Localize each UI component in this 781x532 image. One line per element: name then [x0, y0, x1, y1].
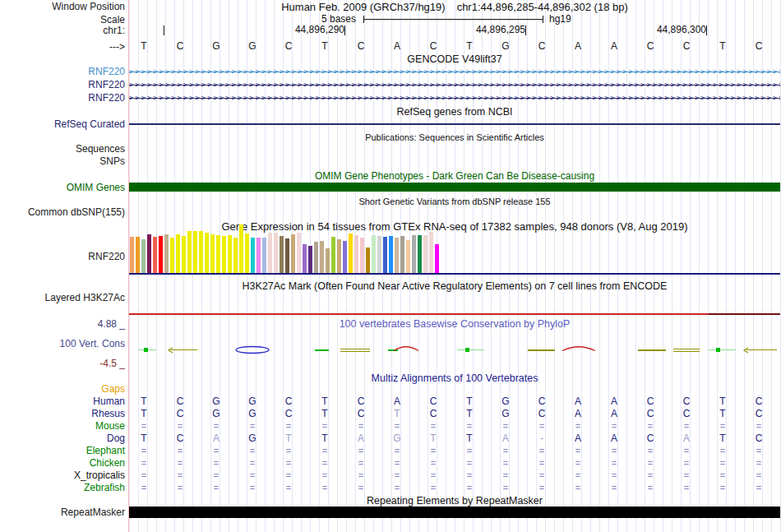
transcript-direction-arrows[interactable]: >>>>>>>>>>>>>>>>>>>>>>>>>>>>>>>>>>>>>>>>… [129, 94, 780, 102]
gtex-tissue-bar[interactable] [245, 234, 249, 273]
gtex-tissue-bar[interactable] [337, 239, 341, 273]
gtex-tissue-bar[interactable] [153, 237, 157, 273]
gtex-tissue-bar[interactable] [326, 248, 330, 273]
multiz-species-label[interactable]: Human [93, 396, 125, 407]
alignment-cell: = [677, 446, 696, 456]
multiz-species-label[interactable]: Mouse [95, 420, 125, 432]
h3k27ac-label[interactable]: Layered H3K27Ac [45, 292, 125, 303]
gtex-tissue-bar[interactable] [297, 233, 301, 273]
gtex-tissue-bar[interactable] [372, 235, 376, 273]
gtex-tissue-bar[interactable] [343, 241, 347, 273]
alignment-cell: C [750, 409, 768, 419]
gtex-tissue-bar[interactable] [159, 236, 163, 273]
gtex-tissue-bar[interactable] [262, 238, 266, 273]
gtex-tissue-bar[interactable] [193, 231, 197, 273]
gtex-tissue-bar[interactable] [280, 236, 284, 273]
gtex-tissue-bar[interactable] [268, 233, 272, 273]
multiz-species-label[interactable]: Rhesus [91, 408, 125, 419]
gtex-tissue-bar[interactable] [331, 237, 335, 273]
snps-label[interactable]: SNPs [99, 155, 125, 167]
gencode-transcript-label[interactable]: RNF220 [88, 79, 125, 90]
gtex-tissue-bar[interactable] [383, 237, 387, 273]
h3k27ac-signal-line[interactable] [129, 313, 780, 315]
gtex-tissue-bar[interactable] [130, 237, 134, 273]
gtex-tissue-bar[interactable] [418, 235, 422, 273]
gtex-tissue-bar[interactable] [205, 233, 209, 273]
gtex-tissue-bar[interactable] [285, 238, 289, 273]
gtex-tissue-bar[interactable] [210, 234, 215, 273]
alignment-cell: = [460, 421, 478, 432]
gencode-transcript-label[interactable]: RNF220 [88, 66, 125, 77]
transcript-direction-arrows[interactable]: >>>>>>>>>>>>>>>>>>>>>>>>>>>>>>>>>>>>>>>>… [129, 67, 780, 76]
gtex-tissue-bar[interactable] [141, 239, 146, 273]
gtex-tissue-bar[interactable] [349, 234, 353, 273]
gtex-tissue-bar[interactable] [395, 238, 399, 273]
alignment-cell: C [677, 396, 696, 407]
phylop-mark [457, 349, 484, 350]
repeatmasker-label[interactable]: RepeatMasker [61, 507, 125, 518]
multiz-species-label[interactable]: Zebrafish [84, 482, 125, 493]
phylop-mark [562, 344, 595, 352]
phylop-track-label[interactable]: 100 Vert. Cons [60, 338, 125, 349]
base-letter: C [171, 41, 189, 52]
gtex-tissue-bar[interactable] [199, 231, 203, 273]
multiz-species-label[interactable]: Gaps [101, 383, 125, 395]
gtex-tissue-bar[interactable] [314, 242, 318, 273]
gtex-tissue-bar[interactable] [423, 235, 427, 273]
multiz-species-label[interactable]: Chicken [90, 457, 125, 469]
refseq-gene-line[interactable] [129, 123, 780, 125]
sequences-label[interactable]: Sequences [76, 143, 125, 155]
gtex-tissue-bar[interactable] [429, 232, 433, 273]
alignment-cell: = [388, 470, 406, 481]
alignment-cell: = [605, 446, 623, 456]
coord-tick [525, 25, 526, 35]
refseq-curated-label[interactable]: RefSeq Curated [54, 118, 125, 130]
gtex-tissue-bar[interactable] [274, 233, 278, 273]
gtex-tissue-bar[interactable] [435, 244, 439, 273]
gtex-gene-label[interactable]: RNF220 [88, 251, 125, 262]
gtex-tissue-bar[interactable] [187, 231, 192, 273]
gtex-tissue-bar[interactable] [228, 235, 232, 273]
gtex-tissue-bar[interactable] [360, 238, 364, 273]
h3k27ac-signal-dark-segment[interactable] [709, 313, 780, 315]
gtex-gene-model-line[interactable] [129, 273, 780, 275]
gtex-tissue-bar[interactable] [164, 234, 169, 273]
alignment-cell: = [497, 470, 515, 481]
alignment-cell: C [641, 433, 659, 444]
base-letter: C [424, 41, 442, 52]
alignment-cell: = [352, 446, 370, 456]
gtex-tissue-bar[interactable] [366, 247, 370, 273]
gtex-tissue-bar[interactable] [182, 236, 186, 273]
common-dbsnp-label[interactable]: Common dbSNP(155) [28, 206, 125, 218]
gtex-tissue-bar[interactable] [256, 238, 261, 273]
gtex-tissue-bar[interactable] [222, 236, 226, 273]
gtex-tissue-bar[interactable] [406, 240, 410, 273]
gtex-tissue-bar[interactable] [303, 244, 307, 273]
gtex-tissue-bar[interactable] [239, 224, 243, 273]
multiz-species-label[interactable]: X_tropicalis [74, 470, 125, 481]
multiz-species-label[interactable]: Dog [107, 433, 125, 444]
gtex-tissue-bar[interactable] [354, 235, 358, 273]
phylop-mark-peak [465, 348, 469, 352]
repeatmasker-bar[interactable] [129, 507, 780, 518]
gtex-tissue-bar[interactable] [412, 235, 416, 273]
gtex-tissue-bar[interactable] [320, 241, 324, 273]
gtex-tissue-bar[interactable] [233, 238, 238, 273]
omim-genes-label[interactable]: OMIM Genes [67, 182, 125, 193]
gtex-tissue-bar[interactable] [147, 234, 151, 273]
gtex-tissue-bar[interactable] [389, 236, 393, 273]
gtex-tissue-bar[interactable] [216, 235, 220, 273]
gencode-transcript-label[interactable]: RNF220 [88, 92, 125, 104]
gtex-tissue-bar[interactable] [170, 238, 174, 273]
gtex-tissue-bar[interactable] [308, 246, 312, 273]
gtex-tissue-bar[interactable] [136, 237, 140, 273]
gtex-tissue-bar[interactable] [400, 236, 404, 273]
gtex-tissue-bar[interactable] [176, 234, 180, 273]
gtex-tissue-bar[interactable] [377, 236, 381, 273]
gtex-tissue-bar[interactable] [291, 234, 295, 273]
omim-gene-bar[interactable] [129, 183, 780, 192]
base-letter: C [280, 41, 298, 52]
transcript-direction-arrows[interactable]: >>>>>>>>>>>>>>>>>>>>>>>>>>>>>>>>>>>>>>>>… [129, 81, 780, 89]
gtex-tissue-bar[interactable] [251, 238, 255, 273]
multiz-species-label[interactable]: Elephant [86, 445, 125, 456]
